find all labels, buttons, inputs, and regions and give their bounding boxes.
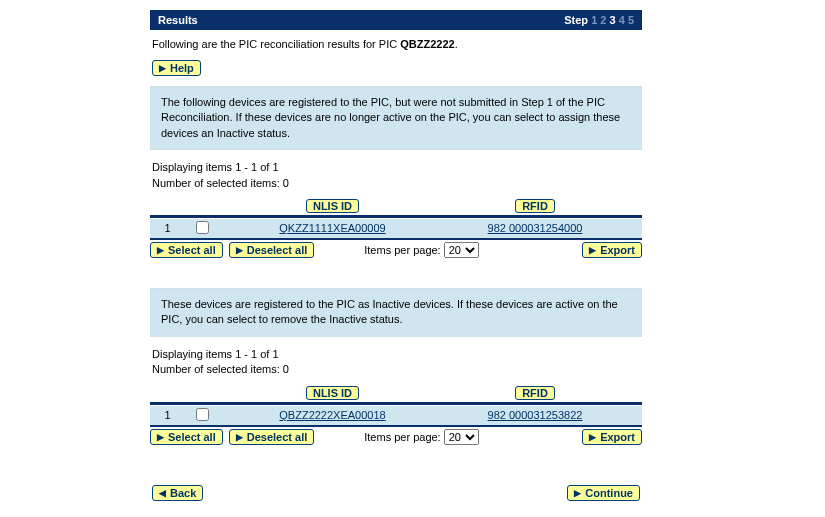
play-icon: ▶ [159, 63, 166, 73]
intro-text: Following are the PIC reconciliation res… [150, 30, 642, 60]
section2-table: 1 QBZZ2222XEA00018 982 000031253822 [150, 402, 642, 427]
deselect-all-button[interactable]: ▶Deselect all [229, 242, 315, 258]
results-title: Results [158, 14, 198, 26]
section1-counts: Displaying items 1 - 1 of 1 Number of se… [150, 150, 642, 195]
section2-column-labels: NLIS ID RFID [150, 386, 642, 400]
select-all-button[interactable]: ▶Select all [150, 242, 223, 258]
section2-info: These devices are registered to the PIC … [150, 288, 642, 337]
help-button[interactable]: ▶Help [152, 60, 201, 76]
nlis-link[interactable]: QKZZ1111XEA00009 [279, 222, 385, 234]
col-rfid[interactable]: RFID [515, 386, 555, 400]
section1-column-labels: NLIS ID RFID [150, 199, 642, 213]
row-index: 1 [150, 222, 185, 234]
rfid-link[interactable]: 982 000031253822 [488, 409, 583, 421]
col-rfid[interactable]: RFID [515, 199, 555, 213]
play-icon: ▶ [236, 245, 243, 255]
section1-table: 1 QKZZ1111XEA00009 982 000031254000 [150, 215, 642, 240]
select-all-button[interactable]: ▶Select all [150, 429, 223, 445]
nav-row: ◀Back ▶Continue [150, 455, 642, 511]
play-icon: ▶ [589, 245, 596, 255]
continue-button[interactable]: ▶Continue [567, 485, 640, 501]
export-button[interactable]: ▶Export [582, 242, 642, 258]
table-row: 1 QBZZ2222XEA00018 982 000031253822 [150, 405, 642, 425]
items-per-page-select[interactable]: 20 [444, 429, 479, 445]
table-row: 1 QKZZ1111XEA00009 982 000031254000 [150, 218, 642, 238]
items-per-page-label: Items per page: [364, 431, 440, 443]
section1-info: The following devices are registered to … [150, 86, 642, 150]
section2-counts: Displaying items 1 - 1 of 1 Number of se… [150, 337, 642, 382]
row-index: 1 [150, 409, 185, 421]
play-back-icon: ◀ [159, 488, 166, 498]
row-checkbox[interactable] [196, 221, 209, 234]
nlis-link[interactable]: QBZZ2222XEA00018 [279, 409, 385, 421]
pic-code: QBZZ2222 [400, 38, 454, 50]
items-per-page-select[interactable]: 20 [444, 242, 479, 258]
col-nlis-id[interactable]: NLIS ID [306, 386, 359, 400]
play-icon: ▶ [574, 488, 581, 498]
export-button[interactable]: ▶Export [582, 429, 642, 445]
play-icon: ▶ [589, 432, 596, 442]
section1-controls: ▶Select all ▶Deselect all Items per page… [150, 240, 642, 268]
row-checkbox[interactable] [196, 408, 209, 421]
section2-controls: ▶Select all ▶Deselect all Items per page… [150, 427, 642, 455]
rfid-link[interactable]: 982 000031254000 [488, 222, 583, 234]
play-icon: ▶ [157, 245, 164, 255]
results-header: Results Step 1 2 3 4 5 [150, 10, 642, 30]
items-per-page-label: Items per page: [364, 244, 440, 256]
back-button[interactable]: ◀Back [152, 485, 203, 501]
step-indicator: Step 1 2 3 4 5 [564, 14, 634, 26]
play-icon: ▶ [236, 432, 243, 442]
deselect-all-button[interactable]: ▶Deselect all [229, 429, 315, 445]
col-nlis-id[interactable]: NLIS ID [306, 199, 359, 213]
play-icon: ▶ [157, 432, 164, 442]
